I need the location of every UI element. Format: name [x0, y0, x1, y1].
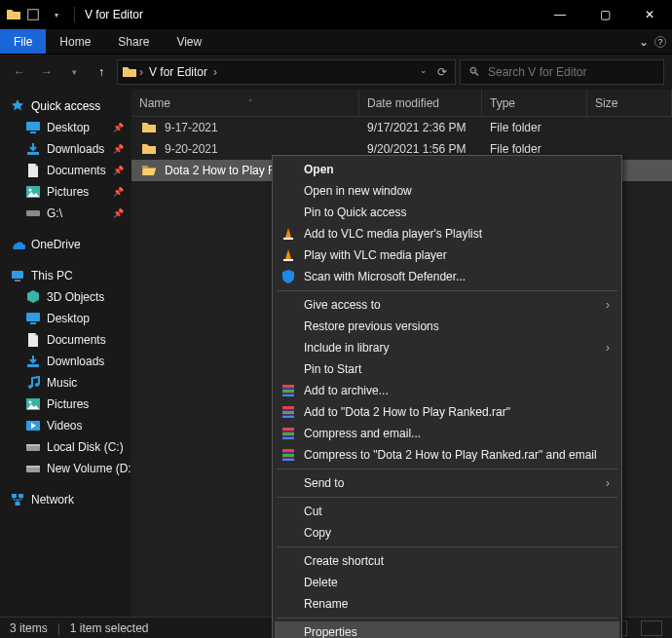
ribbon-expand-button[interactable]: ⌄ ?	[633, 29, 672, 54]
address-dropdown-icon[interactable]: ⌄	[420, 65, 428, 79]
sidebar-network[interactable]: Network	[0, 489, 131, 510]
context-menu-item[interactable]: Delete	[275, 572, 619, 593]
context-menu-item[interactable]: Add to VLC media player's Playlist	[275, 223, 619, 244]
table-row[interactable]: 9-17-20219/17/2021 2:36 PMFile folder	[131, 117, 672, 138]
download-icon	[25, 354, 41, 369]
sidebar-item[interactable]: Music	[0, 372, 131, 394]
download-icon	[25, 141, 41, 157]
pin-icon: 📌	[113, 208, 124, 218]
context-menu-item[interactable]: Rename	[275, 593, 619, 615]
context-menu-item[interactable]: Add to "Dota 2 How to Play Ranked.rar"	[275, 401, 619, 423]
sidebar-item-label: 3D Objects	[47, 290, 104, 304]
icons-view-button[interactable]	[641, 620, 662, 636]
context-menu-label: Compress and email...	[304, 427, 421, 440]
context-menu-label: Open	[304, 163, 334, 176]
sidebar-item[interactable]: Documents📌	[0, 160, 131, 181]
context-menu: OpenOpen in new windowPin to Quick acces…	[272, 155, 622, 638]
svg-rect-22	[28, 10, 39, 20]
sidebar-item[interactable]: Local Disk (C:)	[0, 436, 131, 458]
search-input[interactable]	[488, 65, 655, 79]
sidebar-item[interactable]: Pictures	[0, 394, 131, 415]
ribbon-home-tab[interactable]: Home	[46, 29, 104, 54]
context-menu-item[interactable]: Give access to›	[275, 294, 619, 316]
cube-icon	[25, 289, 41, 305]
shield-icon	[280, 269, 296, 284]
column-name[interactable]: Name˄	[131, 90, 359, 116]
column-size[interactable]: Size	[587, 90, 672, 116]
sidebar-item[interactable]: Desktop	[0, 308, 131, 329]
refresh-icon[interactable]: ⟳	[437, 65, 447, 79]
sidebar-item[interactable]: Pictures📌	[0, 181, 131, 203]
context-menu-item[interactable]: Send to›	[275, 472, 619, 494]
sidebar-item[interactable]: G:\📌	[0, 203, 131, 224]
chevron-right-icon[interactable]: ›	[211, 65, 219, 79]
search-box[interactable]: 🔍︎	[460, 59, 664, 85]
folder-icon	[141, 163, 157, 178]
context-menu-item[interactable]: Add to archive...	[275, 380, 619, 401]
context-menu-item[interactable]: Pin to Quick access	[275, 202, 619, 223]
separator	[277, 618, 617, 619]
back-button[interactable]: ←	[8, 60, 31, 84]
context-menu-label: Pin to Start	[304, 362, 361, 376]
rar-icon	[280, 447, 296, 463]
sidebar-item[interactable]: Downloads📌	[0, 138, 131, 160]
minimize-button[interactable]: —	[538, 0, 582, 29]
music-icon	[25, 375, 41, 391]
thispc-icon	[10, 268, 25, 283]
sidebar-this-pc[interactable]: This PC	[0, 265, 131, 286]
close-button[interactable]: ✕	[627, 0, 672, 29]
sidebar-item[interactable]: Documents	[0, 329, 131, 351]
context-menu-item[interactable]: Open	[275, 159, 619, 180]
chevron-right-icon: ›	[606, 298, 610, 312]
sidebar: Quick access Desktop📌Downloads📌Documents…	[0, 90, 131, 617]
context-menu-item[interactable]: Create shortcut	[275, 550, 619, 572]
chevron-right-icon[interactable]: ›	[137, 65, 145, 79]
title-bar: ▾ V for Editor — ▢ ✕	[0, 0, 672, 29]
sidebar-item[interactable]: Downloads	[0, 351, 131, 372]
context-menu-item[interactable]: Include in library›	[275, 337, 619, 358]
sidebar-onedrive[interactable]: OneDrive	[0, 234, 131, 255]
address-bar[interactable]: › V for Editor › ⌄ ⟳	[117, 59, 456, 85]
context-menu-item[interactable]: Scan with Microsoft Defender...	[275, 266, 619, 287]
sidebar-item-label: Desktop	[47, 121, 90, 134]
column-headers: Name˄ Date modified Type Size	[131, 90, 672, 117]
qat-properties-icon[interactable]	[25, 7, 41, 22]
qat-dropdown-icon[interactable]: ▾	[49, 7, 64, 22]
up-button[interactable]: ↑	[90, 60, 113, 84]
context-menu-item[interactable]: Compress and email...	[275, 423, 619, 444]
context-menu-item[interactable]: Cut	[275, 501, 619, 522]
context-menu-item[interactable]: Pin to Start	[275, 358, 619, 380]
sidebar-quick-access[interactable]: Quick access	[0, 95, 131, 117]
sidebar-item-label: Desktop	[47, 312, 90, 325]
ribbon-file-tab[interactable]: File	[0, 29, 46, 54]
picture-icon	[25, 396, 41, 412]
file-modified: 9/17/2021 2:36 PM	[359, 121, 482, 134]
recent-dropdown[interactable]: ▾	[62, 60, 86, 84]
search-icon: 🔍︎	[468, 65, 480, 79]
rar-icon	[280, 426, 296, 441]
sidebar-item-label: New Volume (D:)	[47, 462, 131, 475]
context-menu-label: Scan with Microsoft Defender...	[304, 270, 466, 283]
column-type[interactable]: Type	[482, 90, 587, 116]
sidebar-item[interactable]: Desktop📌	[0, 117, 131, 138]
context-menu-label: Pin to Quick access	[304, 206, 406, 219]
separator	[277, 546, 617, 547]
context-menu-item[interactable]: Open in new window	[275, 180, 619, 202]
context-menu-item[interactable]: Properties	[275, 621, 619, 638]
ribbon-share-tab[interactable]: Share	[104, 29, 163, 54]
breadcrumb[interactable]: V for Editor	[145, 65, 211, 79]
context-menu-item[interactable]: Copy	[275, 522, 619, 544]
picture-icon	[25, 184, 41, 200]
sidebar-item[interactable]: New Volume (D:)	[0, 458, 131, 479]
ribbon-view-tab[interactable]: View	[163, 29, 215, 54]
sidebar-item[interactable]: Videos	[0, 415, 131, 436]
sidebar-item[interactable]: 3D Objects	[0, 286, 131, 308]
column-modified[interactable]: Date modified	[359, 90, 482, 116]
context-menu-item[interactable]: Restore previous versions	[275, 316, 619, 337]
maximize-button[interactable]: ▢	[582, 0, 627, 29]
context-menu-item[interactable]: Compress to "Dota 2 How to Play Ranked.r…	[275, 444, 619, 466]
context-menu-item[interactable]: Play with VLC media player	[275, 244, 619, 266]
sidebar-item-label: Quick access	[31, 99, 100, 113]
separator	[277, 469, 617, 469]
forward-button[interactable]: →	[35, 60, 58, 84]
